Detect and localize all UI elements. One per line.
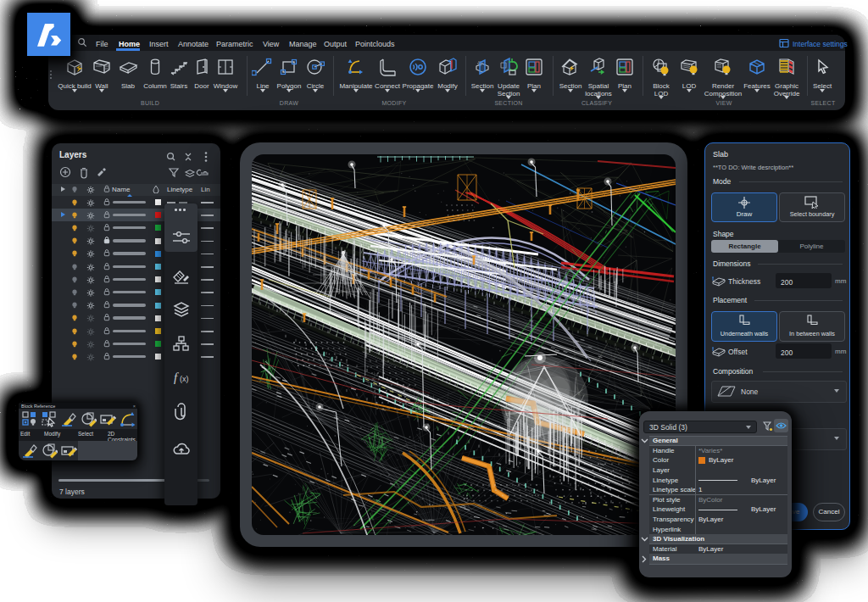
svg-text:f: f bbox=[174, 371, 179, 384]
svg-text:(x): (x) bbox=[180, 375, 189, 383]
